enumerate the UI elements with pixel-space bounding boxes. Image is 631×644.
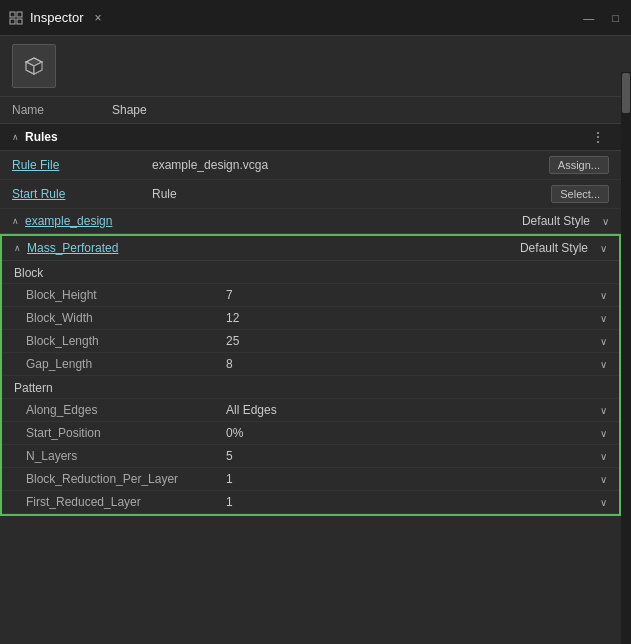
first-reduced-label: First_Reduced_Layer <box>26 495 226 509</box>
scrollbar-thumb[interactable] <box>622 73 630 113</box>
along-edges-value: All Edges <box>226 403 594 417</box>
along-edges-row: Along_Edges All Edges ∨ <box>2 399 619 422</box>
gap-length-arrow[interactable]: ∨ <box>600 359 607 370</box>
start-rule-label[interactable]: Start Rule <box>12 187 152 201</box>
mass-perforated-link[interactable]: Mass_Perforated <box>27 241 118 255</box>
block-height-row: Block_Height 7 ∨ <box>2 284 619 307</box>
rules-menu-button[interactable]: ⋮ <box>587 129 609 145</box>
name-row: Name Shape <box>0 97 621 124</box>
along-edges-arrow[interactable]: ∨ <box>600 405 607 416</box>
block-reduction-value: 1 <box>226 472 594 486</box>
rules-section-header: ∧ Rules ⋮ <box>0 124 621 151</box>
svg-rect-3 <box>17 19 22 24</box>
pattern-group-label: Pattern <box>2 376 619 399</box>
svg-rect-2 <box>10 19 15 24</box>
title-bar: Inspector × — □ <box>0 0 631 36</box>
rules-chevron[interactable]: ∧ <box>12 132 19 142</box>
scrollbar-track[interactable] <box>621 72 631 644</box>
start-position-row: Start_Position 0% ∨ <box>2 422 619 445</box>
block-length-arrow[interactable]: ∨ <box>600 336 607 347</box>
mass-perforated-chevron[interactable]: ∧ <box>14 243 21 253</box>
block-group-label: Block <box>2 261 619 284</box>
rules-title: Rules <box>25 130 58 144</box>
n-layers-value: 5 <box>226 449 594 463</box>
block-length-value: 25 <box>226 334 594 348</box>
shape-icon <box>12 44 56 88</box>
block-reduction-row: Block_Reduction_Per_Layer 1 ∨ <box>2 468 619 491</box>
name-value: Shape <box>112 103 147 117</box>
n-layers-label: N_Layers <box>26 449 226 463</box>
block-reduction-arrow[interactable]: ∨ <box>600 474 607 485</box>
gap-length-label: Gap_Length <box>26 357 226 371</box>
first-reduced-arrow[interactable]: ∨ <box>600 497 607 508</box>
maximize-button[interactable]: □ <box>608 10 623 26</box>
block-height-value: 7 <box>226 288 594 302</box>
example-design-link[interactable]: example_design <box>25 214 112 228</box>
assign-button[interactable]: Assign... <box>549 156 609 174</box>
mass-perforated-header: ∧ Mass_Perforated Default Style ∨ <box>2 236 619 261</box>
block-width-label: Block_Width <box>26 311 226 325</box>
example-design-row: ∧ example_design Default Style ∨ <box>0 209 621 234</box>
name-label: Name <box>12 103 112 117</box>
content-area: Name Shape ∧ Rules ⋮ Rule File example_d… <box>0 36 631 516</box>
first-reduced-value: 1 <box>226 495 594 509</box>
close-tab-button[interactable]: × <box>89 9 106 27</box>
block-reduction-label: Block_Reduction_Per_Layer <box>26 472 226 486</box>
example-design-dropdown-arrow[interactable]: ∨ <box>602 216 609 227</box>
minimize-button[interactable]: — <box>579 10 598 26</box>
block-width-row: Block_Width 12 ∨ <box>2 307 619 330</box>
block-width-value: 12 <box>226 311 594 325</box>
rule-file-row: Rule File example_design.vcga Assign... <box>0 151 621 180</box>
example-design-chevron[interactable]: ∧ <box>12 216 19 226</box>
n-layers-row: N_Layers 5 ∨ <box>2 445 619 468</box>
rule-file-label[interactable]: Rule File <box>12 158 152 172</box>
block-height-arrow[interactable]: ∨ <box>600 290 607 301</box>
along-edges-label: Along_Edges <box>26 403 226 417</box>
start-position-value: 0% <box>226 426 594 440</box>
select-button[interactable]: Select... <box>551 185 609 203</box>
panel-icon <box>8 10 24 26</box>
gap-length-row: Gap_Length 8 ∨ <box>2 353 619 376</box>
main-content: Name Shape ∧ Rules ⋮ Rule File example_d… <box>0 36 631 644</box>
first-reduced-row: First_Reduced_Layer 1 ∨ <box>2 491 619 514</box>
icon-area <box>0 36 621 97</box>
example-design-style: Default Style <box>522 214 590 228</box>
mass-perforated-style: Default Style <box>520 241 588 255</box>
block-length-row: Block_Length 25 ∨ <box>2 330 619 353</box>
block-length-label: Block_Length <box>26 334 226 348</box>
mass-perforated-dropdown-arrow[interactable]: ∨ <box>600 243 607 254</box>
start-rule-row: Start Rule Rule Select... <box>0 180 621 209</box>
block-height-label: Block_Height <box>26 288 226 302</box>
svg-rect-0 <box>10 12 15 17</box>
svg-rect-1 <box>17 12 22 17</box>
start-position-arrow[interactable]: ∨ <box>600 428 607 439</box>
mass-perforated-section: ∧ Mass_Perforated Default Style ∨ Block … <box>0 234 621 516</box>
panel-title: Inspector <box>30 10 83 25</box>
start-position-label: Start_Position <box>26 426 226 440</box>
start-rule-value: Rule <box>152 187 551 201</box>
n-layers-arrow[interactable]: ∨ <box>600 451 607 462</box>
block-width-arrow[interactable]: ∨ <box>600 313 607 324</box>
rule-file-value: example_design.vcga <box>152 158 549 172</box>
gap-length-value: 8 <box>226 357 594 371</box>
